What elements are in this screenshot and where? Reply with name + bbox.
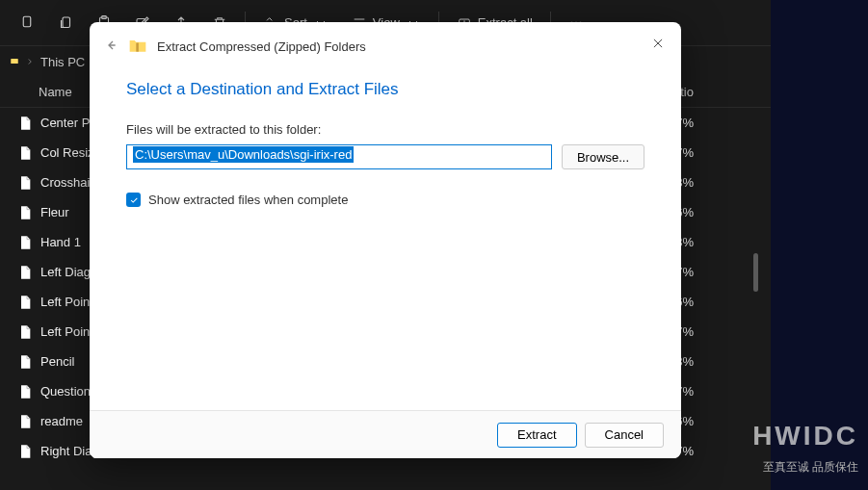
scrollbar-thumb[interactable] [753, 253, 758, 292]
svg-rect-10 [136, 42, 139, 51]
copy-icon[interactable] [48, 6, 83, 40]
scrollbar[interactable] [750, 94, 760, 481]
path-input-value: C:\Users\mav_u\Downloads\sgi-irix-red [133, 146, 354, 163]
dialog-header: Extract Compressed (Zipped) Folders [90, 22, 681, 61]
watermark-subtitle: 至真至诚 品质保住 [763, 459, 858, 476]
cancel-button[interactable]: Cancel [585, 423, 664, 448]
chevron-right-icon [25, 57, 35, 66]
extract-dialog: Extract Compressed (Zipped) Folders Sele… [90, 22, 681, 458]
dialog-title: Select a Destination and Extract Files [126, 80, 644, 99]
path-input[interactable]: C:\Users\mav_u\Downloads\sgi-irix-red [126, 144, 552, 169]
checkbox-label: Show extracted files when complete [148, 193, 348, 207]
dialog-header-text: Extract Compressed (Zipped) Folders [157, 39, 366, 54]
cut-icon[interactable] [10, 6, 44, 40]
path-label: Files will be extracted to this folder: [126, 122, 644, 137]
svg-rect-0 [23, 16, 31, 27]
dialog-footer: Extract Cancel [90, 410, 681, 458]
zip-folder-icon [128, 37, 147, 57]
svg-rect-9 [11, 59, 18, 64]
browse-button[interactable]: Browse... [562, 144, 644, 169]
breadcrumb-item[interactable]: This PC [40, 55, 85, 69]
show-files-checkbox[interactable]: Show extracted files when complete [126, 193, 644, 207]
checkbox-icon [126, 193, 141, 207]
pc-icon [10, 57, 19, 66]
path-input-row: C:\Users\mav_u\Downloads\sgi-irix-red Br… [126, 144, 644, 169]
close-button[interactable] [646, 32, 670, 55]
back-button[interactable] [103, 38, 118, 56]
dialog-body: Select a Destination and Extract Files F… [90, 61, 681, 410]
svg-rect-1 [63, 17, 70, 28]
extract-button[interactable]: Extract [497, 423, 576, 448]
